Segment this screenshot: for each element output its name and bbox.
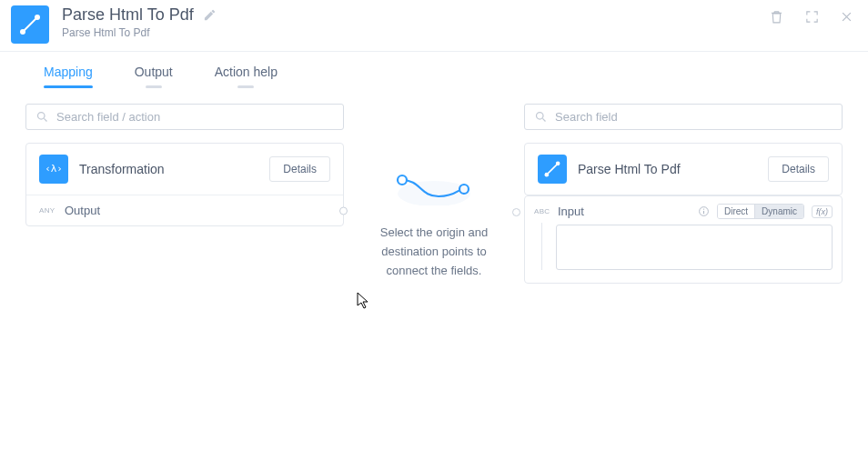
field-type-badge: any [39, 206, 56, 215]
source-details-button[interactable]: Details [269, 156, 330, 182]
mapping-body: ‹λ› Transformation Details any Output S [0, 89, 868, 284]
destination-search-input[interactable] [555, 110, 833, 124]
mode-dynamic[interactable]: Dynamic [755, 205, 803, 218]
svg-point-8 [398, 181, 470, 205]
source-search[interactable] [25, 104, 344, 130]
destination-column: Parse Html To Pdf Details abc Input [524, 104, 843, 284]
mode-toggle: Direct Dynamic [717, 204, 804, 219]
page-subtitle: Parse Html To Pdf [62, 26, 769, 39]
svg-point-6 [398, 175, 407, 185]
tab-bar: Mapping Output Action help [0, 52, 868, 89]
input-textarea[interactable] [556, 225, 833, 270]
search-icon [534, 110, 548, 124]
lambda-icon: ‹λ› [39, 155, 68, 184]
connection-graphic [393, 169, 475, 205]
source-card-title: Transformation [79, 162, 258, 176]
source-column: ‹λ› Transformation Details any Output [25, 104, 344, 284]
svg-point-1 [20, 29, 25, 35]
tab-mapping-label: Mapping [44, 65, 93, 79]
tab-action-help-label: Action help [215, 65, 278, 79]
dialog-header: Parse Html To Pdf Parse Html To Pdf [0, 0, 868, 52]
destination-input-port[interactable] [512, 208, 520, 216]
destination-card: Parse Html To Pdf Details [524, 143, 843, 195]
source-field-output[interactable]: any Output [26, 195, 343, 225]
header-titles: Parse Html To Pdf Parse Html To Pdf [62, 5, 769, 39]
trash-icon[interactable] [769, 9, 784, 25]
diagonal-line-icon [18, 13, 42, 36]
mode-direct[interactable]: Direct [718, 205, 755, 218]
svg-point-2 [35, 15, 40, 20]
search-icon [35, 110, 49, 124]
svg-point-3 [38, 113, 45, 120]
destination-field-input: abc Input Direct Dynamic f(x) [524, 195, 843, 284]
destination-search[interactable] [524, 104, 843, 130]
fx-button[interactable]: f(x) [812, 205, 833, 218]
svg-line-4 [44, 118, 46, 121]
mouse-cursor [357, 292, 371, 310]
source-search-input[interactable] [56, 110, 334, 124]
page-title: Parse Html To Pdf [62, 5, 194, 25]
close-icon[interactable] [840, 10, 853, 24]
mapping-hint-text: Select the origin and destination points… [379, 224, 489, 280]
tab-output-label: Output [135, 65, 173, 79]
svg-text:‹λ›: ‹λ› [45, 163, 63, 175]
svg-line-10 [542, 118, 545, 121]
field-type-badge: abc [534, 207, 550, 215]
destination-card-title: Parse Html To Pdf [578, 162, 757, 176]
tab-action-help[interactable]: Action help [215, 65, 278, 88]
tab-mapping[interactable]: Mapping [44, 65, 93, 88]
svg-point-9 [537, 113, 544, 120]
edit-icon[interactable] [203, 8, 217, 22]
action-icon-small [538, 155, 567, 184]
svg-point-13 [556, 162, 560, 166]
destination-field-label: Input [558, 205, 584, 218]
svg-line-0 [23, 17, 37, 32]
source-output-port[interactable] [339, 206, 348, 215]
svg-point-16 [703, 208, 704, 209]
middle-hint-area: Select the origin and destination points… [344, 104, 524, 284]
action-icon [11, 5, 49, 44]
source-card: ‹λ› Transformation Details any Output [25, 143, 344, 226]
svg-line-11 [547, 164, 558, 175]
svg-point-12 [545, 173, 550, 177]
destination-details-button[interactable]: Details [768, 156, 829, 182]
info-icon[interactable] [698, 205, 710, 217]
fullscreen-icon[interactable] [804, 9, 820, 25]
source-field-label: Output [65, 204, 100, 217]
tab-output[interactable]: Output [135, 65, 173, 88]
